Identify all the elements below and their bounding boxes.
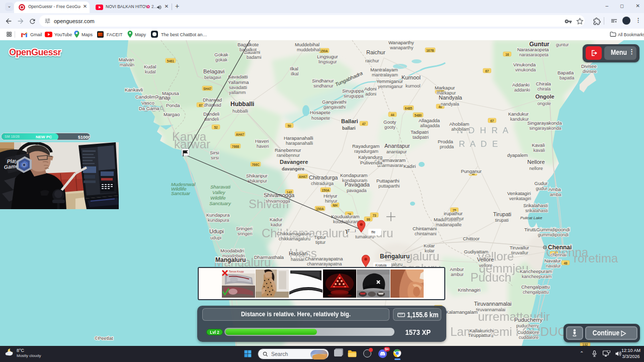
svg-text:Dharmasthala: Dharmasthala — [254, 254, 284, 260]
svg-text:Shikaripur: Shikaripur — [246, 173, 268, 178]
svg-text:52: 52 — [214, 126, 218, 129]
svg-text:Mangaluru: Mangaluru — [215, 256, 246, 263]
svg-text:ambur: ambur — [451, 272, 464, 277]
svg-text:gummidipoondi: gummidipoondi — [538, 232, 569, 237]
svg-text:Chitradurga: Chitradurga — [309, 174, 338, 180]
svg-text:7668: 7668 — [232, 145, 239, 148]
svg-text:Gudiyattam: Gudiyattam — [464, 249, 489, 254]
svg-text:Udupi: Udupi — [209, 228, 224, 234]
svg-text:Vasco: Vasco — [141, 100, 154, 106]
svg-text:Gooty: Gooty — [383, 119, 396, 125]
svg-text:Valley: Valley — [212, 190, 226, 195]
svg-text:R A D E: R A D E — [459, 139, 500, 149]
svg-text:Ballari: Ballari — [341, 118, 358, 124]
svg-text:Dharwad: Dharwad — [203, 97, 222, 103]
svg-text:Kadur: Kadur — [270, 217, 282, 222]
svg-text:Tirupati: Tirupati — [493, 211, 511, 217]
svg-text:siruguppa: siruguppa — [344, 94, 364, 99]
svg-text:Chintamani: Chintamani — [413, 226, 437, 231]
svg-text:99: 99 — [366, 218, 370, 221]
svg-text:divisee: divisee — [583, 69, 597, 74]
svg-text:Mantralayam: Mantralayam — [370, 67, 398, 72]
svg-text:allagadda: allagadda — [420, 123, 440, 128]
svg-text:chintamani: chintamani — [415, 231, 437, 236]
svg-text:Belagavi: Belagavi — [203, 68, 224, 74]
svg-text:chengalpattu: chengalpattu — [523, 290, 549, 295]
svg-text:kundapura: kundapura — [208, 218, 229, 223]
svg-text:Wildlife: Wildlife — [210, 195, 226, 201]
svg-text:Navalur: Navalur — [544, 258, 561, 263]
svg-text:Bengaluru: Bengaluru — [380, 253, 410, 260]
svg-text:Sanctuary: Sanctuary — [209, 201, 231, 206]
svg-text:Kankavli: Kankavli — [125, 87, 143, 93]
svg-text:Harapanahalli: Harapanahalli — [284, 135, 313, 141]
svg-text:16: 16 — [505, 53, 509, 56]
svg-text:venkatagiri: venkatagiri — [509, 196, 531, 201]
svg-text:kavali: kavali — [533, 148, 545, 153]
svg-text:bapatla: bapatla — [559, 75, 575, 80]
svg-text:singarayakonda: singarayakonda — [529, 126, 561, 131]
svg-text:tirupathur: tirupathur — [445, 216, 464, 221]
svg-text:Sanctuar: Sanctuar — [171, 191, 191, 196]
svg-text:Gangavathi: Gangavathi — [322, 99, 347, 105]
svg-text:Kandukur: Kandukur — [508, 111, 529, 117]
svg-text:adoni: adoni — [365, 92, 376, 97]
svg-text:sringeri: sringeri — [237, 231, 253, 236]
svg-text:Gudur: Gudur — [534, 180, 547, 186]
svg-text:Siruguppa: Siruguppa — [342, 88, 364, 94]
svg-text:T…i: T…i — [347, 228, 356, 233]
svg-text:Haveri: Haveri — [255, 138, 269, 144]
svg-text:malvan: malvan — [120, 62, 134, 67]
svg-text:Hiriyur: Hiriyur — [324, 193, 337, 199]
svg-text:67: 67 — [199, 104, 203, 107]
svg-text:Chikkamagaluru: Chikkamagaluru — [277, 231, 311, 236]
svg-text:gooty: gooty — [384, 125, 396, 130]
svg-text:tumakuru: tumakuru — [355, 234, 374, 239]
svg-text:puttaparthi: puttaparthi — [378, 184, 400, 189]
svg-text:shivamogga: shivamogga — [266, 199, 290, 204]
svg-text:Kurnool: Kurnool — [401, 74, 421, 80]
svg-text:kandukur: kandukur — [510, 117, 529, 122]
svg-text:6485: 6485 — [405, 107, 413, 110]
svg-text:tiptur: tiptur — [315, 240, 326, 245]
svg-text:Kalamangalam: Kalamangalam — [446, 309, 477, 315]
svg-text:Chennai: Chennai — [548, 244, 572, 251]
svg-text:Candolim: Candolim — [135, 94, 155, 100]
svg-text:chirala: chirala — [537, 86, 551, 92]
svg-text:Raichur: Raichur — [366, 49, 385, 55]
svg-text:Channarayapatna: Channarayapatna — [305, 256, 343, 261]
svg-text:hubballi: hubballi — [232, 109, 248, 114]
svg-text:gangavathi: gangavathi — [324, 105, 346, 110]
svg-text:Pulivendla: Pulivendla — [360, 160, 383, 165]
svg-text:tadipatri: tadipatri — [413, 135, 429, 140]
svg-text:Kadiri: Kadiri — [404, 163, 416, 169]
svg-text:67: 67 — [485, 69, 489, 73]
svg-text:Da Gama: Da Gama — [139, 106, 159, 111]
svg-text:Sringeri: Sringeri — [236, 226, 253, 231]
svg-text:Ambur: Ambur — [450, 266, 464, 272]
svg-text:Markapur: Markapur — [435, 85, 455, 90]
svg-text:167B: 167B — [426, 49, 434, 52]
svg-text:udupi: udupi — [210, 235, 221, 240]
svg-text:navalur: navalur — [546, 263, 561, 268]
svg-text:Adoni: Adoni — [364, 86, 376, 92]
svg-text:48: 48 — [564, 261, 568, 265]
svg-text:Ahobilam: Ahobilam — [449, 121, 469, 127]
svg-text:67: 67 — [490, 119, 494, 123]
svg-text:dyapalem: dyapalem — [507, 152, 528, 158]
svg-text:5480: 5480 — [415, 114, 422, 117]
svg-text:Vinukonda: Vinukonda — [513, 62, 536, 67]
svg-text:Chittoor: Chittoor — [463, 236, 479, 241]
svg-text:Vellore: Vellore — [477, 256, 494, 262]
svg-text:channarayapatna: channarayapatna — [307, 261, 342, 266]
svg-text:Ilkal: Ilkal — [290, 66, 298, 71]
svg-text:Savadatti: Savadatti — [228, 74, 248, 79]
svg-text:savadatti: savadatti — [229, 85, 247, 90]
svg-text:Tomos Krupp: Tomos Krupp — [229, 270, 244, 273]
svg-text:Gokak: Gokak — [214, 52, 228, 57]
svg-text:Muddebihal: Muddebihal — [295, 42, 319, 47]
svg-text:Bagalkote: Bagalkote — [237, 42, 259, 47]
svg-text:Davangere: Davangere — [280, 159, 308, 165]
svg-text:yemmiganur: yemmiganur — [378, 84, 403, 89]
svg-text:Gummidipoondi: Gummidipoondi — [536, 227, 570, 232]
